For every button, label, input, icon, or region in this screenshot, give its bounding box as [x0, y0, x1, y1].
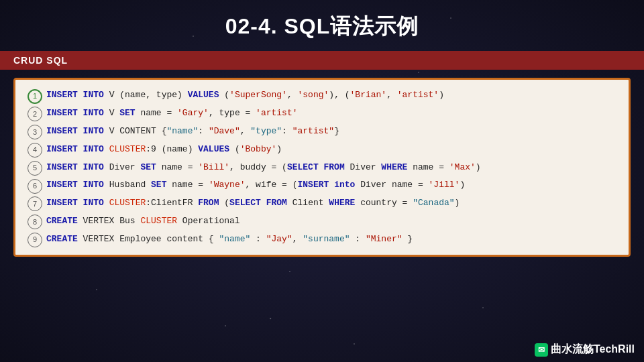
- table-row: 9CREATE VERTEX Employee content { "name"…: [23, 230, 618, 248]
- code-line-content: INSERT INTO CLUSTER:9 (name) VALUES ('Bo…: [46, 140, 618, 158]
- section-header: CRUD SQL: [0, 51, 644, 70]
- table-row: 6INSERT INTO Husband SET name = 'Wayne',…: [23, 176, 618, 194]
- line-number: 2: [28, 107, 42, 121]
- code-line-content: INSERT INTO V SET name = 'Gary', type = …: [46, 105, 618, 123]
- line-number: 6: [28, 179, 42, 194]
- table-row: 3INSERT INTO V CONTENT {"name": "Dave", …: [23, 123, 618, 141]
- code-line-content: INSERT INTO CLUSTER:ClientFR FROM (SELEC…: [46, 194, 618, 213]
- line-number: 5: [28, 161, 42, 176]
- code-line-content: INSERT INTO V CONTENT {"name": "Dave", "…: [46, 123, 618, 141]
- code-line-content: INSERT INTO Husband SET name = 'Wayne', …: [46, 176, 618, 194]
- watermark: ✉ 曲水流觞TechRill: [535, 343, 635, 357]
- table-row: 8CREATE VERTEX Bus CLUSTER Operational: [23, 213, 618, 231]
- watermark-text: 曲水流觞TechRill: [551, 343, 635, 357]
- wechat-icon: ✉: [535, 343, 548, 357]
- code-panel: 1INSERT INTO V (name, type) VALUES ('Sup…: [13, 78, 631, 257]
- line-number: 3: [28, 125, 42, 139]
- table-row: 7 INSERT INTO CLUSTER:ClientFR FROM (SEL…: [23, 194, 618, 213]
- line-number: 8: [28, 215, 42, 229]
- page-title: 02-4. SQL语法示例: [0, 0, 644, 51]
- table-row: 1INSERT INTO V (name, type) VALUES ('Sup…: [23, 86, 618, 105]
- code-line-content: CREATE VERTEX Employee content { "name" …: [46, 230, 618, 248]
- line-number: 9: [28, 233, 42, 247]
- line-number: 7: [28, 196, 42, 211]
- line-number: 1: [28, 89, 42, 104]
- line-number: 4: [28, 143, 42, 158]
- table-row: 5INSERT INTO Diver SET name = 'Bill', bu…: [23, 158, 618, 176]
- code-table: 1INSERT INTO V (name, type) VALUES ('Sup…: [23, 86, 618, 248]
- table-row: 4INSERT INTO CLUSTER:9 (name) VALUES ('B…: [23, 140, 618, 158]
- code-line-content: INSERT INTO V (name, type) VALUES ('Supe…: [46, 86, 618, 105]
- code-line-content: CREATE VERTEX Bus CLUSTER Operational: [46, 213, 618, 231]
- code-line-content: INSERT INTO Diver SET name = 'Bill', bud…: [46, 158, 618, 176]
- table-row: 2INSERT INTO V SET name = 'Gary', type =…: [23, 105, 618, 123]
